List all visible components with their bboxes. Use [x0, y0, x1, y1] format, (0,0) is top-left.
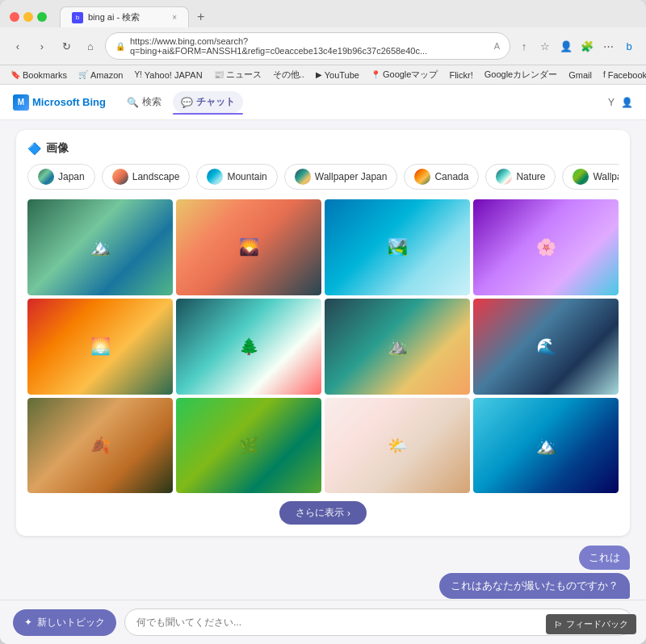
pill-mountain-label: Mountain	[227, 171, 266, 182]
image-cell-2[interactable]: 🌄	[176, 199, 321, 295]
bing-logo-text: Microsoft Bing	[32, 96, 106, 108]
feedback-button[interactable]: 🏳 フィードバック	[546, 614, 636, 634]
share-button[interactable]: ↑	[515, 37, 533, 55]
bookmark-amazon[interactable]: 🛒 Amazon	[76, 69, 125, 81]
bing-nav-tabs: 🔍 検索 💬 チャット	[119, 91, 243, 113]
home-button[interactable]: ⌂	[81, 36, 100, 56]
tab-search[interactable]: 🔍 検索	[119, 91, 170, 113]
landscape-image-5: 🌅	[27, 299, 173, 395]
address-bar[interactable]: 🔒 https://www.bing.com/search?q=bing+ai&…	[105, 32, 510, 60]
pill-wallpaper-japan[interactable]: Wallpaper Japan	[284, 164, 398, 190]
bookmark-button[interactable]: ☆	[536, 37, 554, 55]
category-pills: Japan Landscape Mountain Wallpaper	[27, 164, 619, 190]
profile-button[interactable]: 👤	[557, 37, 575, 55]
image-cell-7[interactable]: ⛰️	[325, 299, 470, 395]
chevron-right-icon: ›	[347, 508, 350, 519]
new-topic-label: 新しいトピック	[37, 616, 105, 629]
page-wrapper: M Microsoft Bing 🔍 検索 💬 チャット Y 👤	[0, 85, 646, 644]
pill-landscape-icon	[112, 169, 128, 185]
bing-logo: M Microsoft Bing	[13, 94, 106, 111]
landscape-image-11: 🌤️	[325, 398, 470, 494]
pill-wallpaper-label: Wallpaper	[593, 171, 619, 182]
bing-header: M Microsoft Bing 🔍 検索 💬 チャット Y 👤	[0, 85, 646, 120]
googlemaps-label: Googleマップ	[383, 69, 438, 81]
nav-icons: ↑ ☆ 👤 🧩 ⋯ b	[515, 37, 638, 55]
gcalendar-label: Googleカレンダー	[484, 69, 557, 81]
search-tab-label: 検索	[142, 95, 162, 109]
bookmark-youtube[interactable]: ▶ YouTube	[313, 69, 362, 81]
image-cell-9[interactable]: 🍂	[27, 398, 173, 494]
landscape-image-1: 🏔️	[27, 199, 173, 295]
image-section-title: 画像	[46, 141, 69, 156]
feedback-icon: 🏳	[554, 620, 563, 629]
refresh-button[interactable]: ↻	[57, 36, 76, 56]
profile-avatar-icon[interactable]: 👤	[621, 97, 633, 108]
image-cell-5[interactable]: 🌅	[27, 299, 173, 395]
bookmark-googlemaps[interactable]: 📍 Googleマップ	[368, 68, 440, 82]
image-cell-11[interactable]: 🌤️	[325, 398, 470, 494]
image-cell-6[interactable]: 🌲	[176, 299, 321, 395]
image-card: 🔷 画像 Japan Landscape	[16, 130, 630, 536]
bing-icon-button[interactable]: b	[620, 37, 638, 55]
browser-tab[interactable]: b bing ai - 検索 ×	[60, 6, 189, 27]
extensions-button[interactable]: 🧩	[578, 37, 596, 55]
new-topic-icon: ✦	[24, 617, 32, 628]
amazon-icon: 🛒	[78, 70, 88, 79]
flickr-label: Flickr!	[449, 70, 472, 80]
menu-button[interactable]: ⋯	[599, 37, 617, 55]
pill-wallpaper-icon	[573, 169, 589, 185]
chat-tab-label: チャット	[196, 95, 235, 109]
image-card-title: 🔷 画像	[27, 141, 619, 156]
tab-chat[interactable]: 💬 チャット	[173, 91, 243, 113]
new-tab-button[interactable]: +	[192, 10, 209, 24]
forward-button[interactable]: ›	[32, 36, 52, 56]
pill-wallpaper[interactable]: Wallpaper	[562, 164, 619, 190]
user-bubble-1: これは	[579, 546, 630, 570]
bookmark-yahoo[interactable]: Y! Yahoo! JAPAN	[132, 69, 204, 81]
pill-wallpaperjapan-label: Wallpaper Japan	[315, 171, 388, 182]
chat-icon: 💬	[181, 97, 193, 108]
image-cell-3[interactable]: 🏞️	[325, 199, 470, 295]
pill-nature-label: Nature	[516, 171, 545, 182]
user-icon[interactable]: Y	[608, 97, 615, 108]
bookmark-news[interactable]: 📰 ニュース	[212, 68, 264, 82]
bookmark-gmail[interactable]: Gmail	[566, 69, 594, 81]
show-more-button[interactable]: さらに表示 ›	[279, 501, 367, 525]
chat-area: 🔷 画像 Japan Landscape	[0, 120, 646, 600]
pill-mountain[interactable]: Mountain	[196, 164, 277, 190]
pill-japan[interactable]: Japan	[27, 164, 95, 190]
pill-landscape-label: Landscape	[132, 171, 180, 182]
image-cell-8[interactable]: 🌊	[473, 299, 619, 395]
bookmark-flickr[interactable]: Flickr!	[447, 69, 475, 81]
minimize-window-button[interactable]	[23, 12, 33, 22]
bing-logo-icon: M	[13, 94, 29, 111]
close-window-button[interactable]	[10, 12, 19, 22]
tab-close-icon[interactable]: ×	[172, 13, 177, 22]
feedback-label: フィードバック	[566, 618, 628, 630]
tab-title: bing ai - 検索	[88, 11, 140, 23]
others1-label: その他..	[273, 69, 304, 81]
facebook-label: Facebook	[608, 70, 646, 80]
image-cell-10[interactable]: 🌿	[176, 398, 321, 494]
tab-favicon-icon: b	[72, 12, 83, 23]
tab-bar: b bing ai - 検索 × +	[60, 6, 636, 27]
bookmark-others1[interactable]: その他..	[271, 68, 307, 82]
back-button[interactable]: ‹	[8, 36, 27, 56]
landscape-image-8: 🌊	[473, 299, 619, 395]
pill-nature[interactable]: Nature	[485, 164, 556, 190]
show-more-container: さらに表示 ›	[27, 501, 619, 525]
bookmark-bookmarks[interactable]: 🔖 Bookmarks	[8, 69, 69, 81]
pill-canada-label: Canada	[434, 171, 468, 182]
reader-mode-icon[interactable]: A	[494, 41, 500, 51]
image-cell-12[interactable]: 🏔️	[473, 398, 619, 494]
pill-canada[interactable]: Canada	[404, 164, 479, 190]
bookmark-facebook[interactable]: f Facebook	[601, 69, 646, 81]
traffic-lights	[10, 12, 47, 22]
landscape-image-12: 🏔️	[473, 398, 619, 494]
pill-landscape[interactable]: Landscape	[102, 164, 191, 190]
bookmark-gcalendar[interactable]: Googleカレンダー	[482, 68, 560, 82]
new-topic-button[interactable]: ✦ 新しいトピック	[13, 609, 116, 636]
image-cell-4[interactable]: 🌸	[473, 199, 619, 295]
maximize-window-button[interactable]	[37, 12, 47, 22]
image-cell-1[interactable]: 🏔️	[27, 199, 173, 295]
